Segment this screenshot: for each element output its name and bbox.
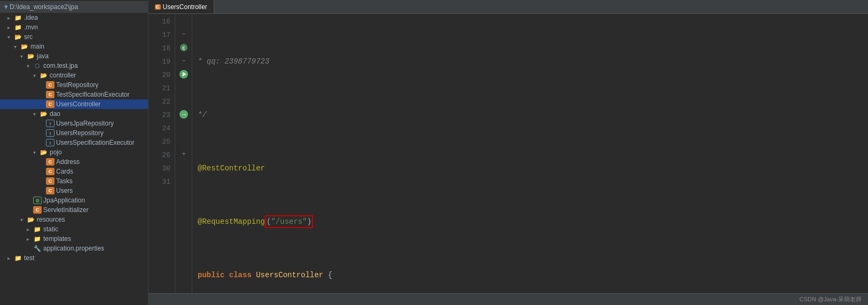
fold-icon[interactable]: – xyxy=(178,27,189,41)
fold-icon-19[interactable]: – xyxy=(178,54,189,67)
line-num: 17 xyxy=(148,28,170,42)
sidebar-item-src[interactable]: 📂 src xyxy=(0,32,148,42)
sidebar-item-appprops[interactable]: 🔧 application.properties xyxy=(0,244,148,253)
class-icon: C xyxy=(46,91,54,98)
project-title: ▾ D:\idea_workspace2\jpa xyxy=(0,1,148,13)
arrow-right-icon: → xyxy=(179,110,189,119)
sidebar-item-idea[interactable]: 📁 .idea xyxy=(0,13,148,22)
sidebar-item-label: Tasks xyxy=(56,177,73,185)
sidebar-item-usersrepo[interactable]: I UsersRepository xyxy=(0,128,148,138)
arrow-icon xyxy=(14,44,20,50)
interface-icon: I xyxy=(46,129,54,137)
tab-label: UsersController xyxy=(163,3,207,11)
code-area[interactable]: 16 17 18 19 20 21 22 23 24 25 26 30 31 – xyxy=(148,14,868,293)
sidebar-item-testrepository[interactable]: C TestRepository xyxy=(0,80,148,90)
folder-icon: 📁 xyxy=(14,24,22,31)
arrow-icon xyxy=(27,63,33,69)
autowired-icon: → xyxy=(176,107,191,121)
sidebar-item-label: test xyxy=(24,254,34,262)
package-icon: ⬡ xyxy=(33,62,42,69)
sidebar-item-label: JpaApplication xyxy=(43,197,85,204)
line-num: 24 xyxy=(148,122,170,135)
folder-icon: 📁 xyxy=(14,254,22,262)
arrow-icon xyxy=(27,226,33,232)
folder-icon: 📂 xyxy=(20,43,29,50)
sidebar-item-label: static xyxy=(43,225,58,233)
folder-icon: 📂 xyxy=(40,72,48,79)
class-icon: C xyxy=(46,187,54,194)
line-num: 23 xyxy=(148,108,170,122)
sidebar-item-dao[interactable]: 📂 dao xyxy=(0,109,148,119)
sidebar-item-users[interactable]: C Users xyxy=(0,186,148,195)
sidebar-item-usersjparepo[interactable]: I UsersJpaRepository xyxy=(0,119,148,128)
sidebar-item-tasks[interactable]: C Tasks xyxy=(0,176,148,186)
svg-text:→: → xyxy=(182,111,186,119)
sidebar-item-label: UsersController xyxy=(56,100,100,108)
class-icon: C xyxy=(33,206,42,214)
folder-icon: 📁 xyxy=(33,225,42,233)
line-num: 22 xyxy=(148,95,170,108)
run-icon[interactable] xyxy=(176,67,191,81)
rest-controller-icon: C xyxy=(179,43,188,52)
arrow-icon xyxy=(20,217,27,223)
props-icon: 🔧 xyxy=(33,245,42,252)
arrow-icon xyxy=(7,34,14,40)
sidebar-item-resources[interactable]: 📂 resources xyxy=(0,215,148,224)
sidebar-item-cards[interactable]: C Cards xyxy=(0,167,148,176)
sidebar-item-label: UsersRepository xyxy=(56,129,104,137)
arrow-icon xyxy=(33,150,40,155)
code-line-18: @RestController xyxy=(198,162,863,175)
line-num: 30 xyxy=(148,162,170,175)
tab-bar[interactable]: C UsersController xyxy=(148,0,868,14)
line-num: 20 xyxy=(148,68,170,82)
sidebar-item-servletinit[interactable]: C ServletInitializer xyxy=(0,205,148,215)
sidebar-item-userscontroller[interactable]: C UsersController xyxy=(0,99,148,109)
sidebar-item-pojo[interactable]: 📂 pojo xyxy=(0,147,148,157)
sidebar-item-main[interactable]: 📂 main xyxy=(0,42,148,51)
class-icon: C xyxy=(46,177,54,185)
arrow-icon xyxy=(27,236,33,242)
sidebar-item-usersspecexec[interactable]: I UsersSpecificationExecutor xyxy=(0,138,148,147)
gutter-marker-18: C xyxy=(176,41,191,54)
line-num: 18 xyxy=(148,42,170,55)
sidebar-item-templates[interactable]: 📁 templates xyxy=(0,234,148,244)
arrow-icon xyxy=(20,53,27,59)
sidebar-item-label: ServletInitializer xyxy=(43,206,89,214)
svg-text:C: C xyxy=(182,46,185,51)
sidebar-item-label: UsersSpecificationExecutor xyxy=(56,139,135,146)
folder-icon: 📂 xyxy=(40,148,48,156)
line-numbers: 16 17 18 19 20 21 22 23 24 25 26 30 31 xyxy=(148,14,175,293)
sidebar-item-label: Cards xyxy=(56,168,73,175)
sidebar-item-label: main xyxy=(30,43,44,50)
interface-icon: I xyxy=(46,139,54,146)
sidebar-item-label: Address xyxy=(56,158,80,166)
code-editor[interactable]: * qq: 2398779723 */ @RestController @Req… xyxy=(192,14,868,293)
arrow-icon xyxy=(7,25,14,30)
project-path: D:\idea_workspace2\jpa xyxy=(10,3,78,11)
line-num: 19 xyxy=(148,55,170,68)
arrow-icon xyxy=(33,73,40,79)
folder-icon: 📂 xyxy=(40,110,48,118)
line-num: 26 xyxy=(148,148,170,162)
sidebar-item-jpaapp[interactable]: ⚙ JpaApplication xyxy=(0,195,148,205)
fold-icon-26[interactable]: + xyxy=(178,147,189,161)
sidebar-item-static[interactable]: 📁 static xyxy=(0,224,148,234)
sidebar-item-java[interactable]: 📂 java xyxy=(0,51,148,61)
sidebar-item-testspecexec[interactable]: C TestSpecificationExecutor xyxy=(0,90,148,99)
sidebar-item-label: src xyxy=(24,33,33,41)
folder-icon: 📁 xyxy=(33,235,42,243)
sidebar-item-test[interactable]: 📁 test xyxy=(0,253,148,263)
sidebar-item-label: pojo xyxy=(50,148,62,156)
file-tree[interactable]: ▾ D:\idea_workspace2\jpa 📁 .idea 📁 .mvn … xyxy=(0,0,148,305)
sidebar-item-mvn[interactable]: 📁 .mvn xyxy=(0,22,148,32)
sidebar-item-label: com.test.jpa xyxy=(43,62,78,69)
tab-userscontroller[interactable]: C UsersController xyxy=(148,0,214,13)
sidebar-item-controller[interactable]: 📂 controller xyxy=(0,71,148,80)
folder-icon: 📁 xyxy=(14,14,22,21)
sidebar-item-package[interactable]: ⬡ com.test.jpa xyxy=(0,61,148,71)
sidebar-item-address[interactable]: C Address xyxy=(0,157,148,167)
sidebar-item-label: templates xyxy=(43,235,71,243)
run-button-icon[interactable] xyxy=(179,69,189,79)
sidebar-item-label: .idea xyxy=(24,14,38,21)
line-num: 16 xyxy=(148,15,170,28)
